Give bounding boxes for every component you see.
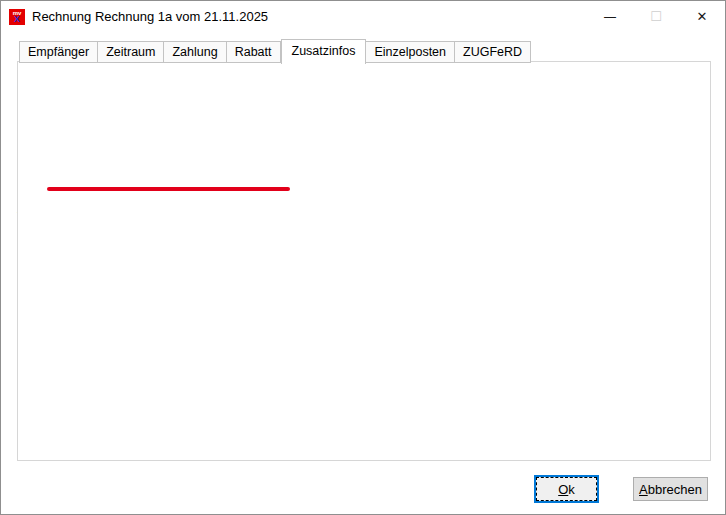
ok-button[interactable]: Ok — [534, 475, 599, 503]
tab-bar: Empfänger Zeitraum Zahlung Rabatt Zusatz… — [19, 39, 531, 63]
tab-rabatt[interactable]: Rabatt — [227, 41, 281, 63]
minimize-button[interactable]: — — [587, 1, 633, 32]
app-icon: mv X — [9, 9, 25, 25]
dialog-window: mv X Rechnung Rechnung 1a vom 21.11.2025… — [0, 0, 726, 515]
app-icon-text-bottom: X — [14, 15, 20, 24]
tab-einzelposten[interactable]: Einzelposten — [366, 41, 455, 63]
maximize-button: ☐ — [633, 1, 679, 32]
minimize-icon: — — [604, 10, 616, 24]
ok-button-label: Ok — [558, 482, 575, 497]
ok-button-focus-ring: Ok — [536, 477, 597, 501]
red-annotation-underline — [47, 187, 290, 191]
tab-panel — [17, 61, 711, 461]
cancel-button-label: Abbrechen — [639, 482, 702, 497]
close-icon: ✕ — [697, 9, 708, 24]
tab-zeitraum[interactable]: Zeitraum — [98, 41, 164, 63]
maximize-icon: ☐ — [650, 9, 662, 24]
window-controls: — ☐ ✕ — [587, 1, 725, 32]
title-bar: mv X Rechnung Rechnung 1a vom 21.11.2025… — [1, 1, 725, 32]
close-button[interactable]: ✕ — [679, 1, 725, 32]
tab-empfaenger[interactable]: Empfänger — [19, 41, 98, 63]
tab-zahlung[interactable]: Zahlung — [164, 41, 226, 63]
tab-zusatzinfos[interactable]: Zusatzinfos — [281, 39, 367, 64]
window-title: Rechnung Rechnung 1a vom 21.11.2025 — [32, 9, 268, 24]
cancel-button[interactable]: Abbrechen — [633, 477, 708, 501]
tab-zugferd[interactable]: ZUGFeRD — [455, 41, 531, 63]
